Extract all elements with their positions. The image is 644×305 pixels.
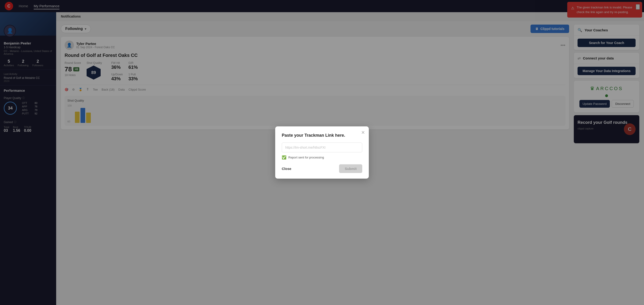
modal-submit-button[interactable]: Submit <box>339 164 362 173</box>
modal-close-action-button[interactable]: Close <box>282 167 291 171</box>
trackman-modal: Paste your Trackman Link here. ✕ ✅ Repor… <box>275 126 369 178</box>
modal-close-button[interactable]: ✕ <box>361 130 365 135</box>
success-check-icon: ✅ <box>282 155 286 160</box>
modal-success-message: ✅ Report sent for processing <box>282 155 362 160</box>
modal-overlay: Paste your Trackman Link here. ✕ ✅ Repor… <box>0 0 644 305</box>
modal-actions: Close Submit <box>282 164 362 173</box>
modal-title: Paste your Trackman Link here. <box>282 133 362 138</box>
trackman-link-input[interactable] <box>282 142 362 152</box>
